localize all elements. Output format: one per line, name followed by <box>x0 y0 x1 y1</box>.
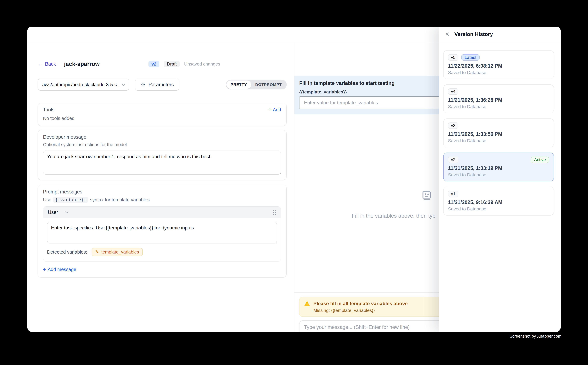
warning-title: Please fill in all template variables ab… <box>313 301 408 306</box>
template-variable-name: template_variables <box>101 249 139 255</box>
view-mode-toggle: PRETTY DOTPROMPT <box>226 80 287 90</box>
message-role-select[interactable]: User <box>48 210 58 215</box>
version-timestamp: 11/21/2025, 9:16:39 AM <box>448 199 549 205</box>
add-tool-button[interactable]: + Add <box>269 107 281 112</box>
plus-icon: + <box>269 107 271 112</box>
message-role-header: User <box>43 207 281 218</box>
screenshot-stage: ← Back jack-sparrow v2 Draft Unsaved cha… <box>0 0 588 365</box>
empty-state-text: Fill in the variables above, then typ <box>352 213 435 219</box>
plus-icon: + <box>43 267 46 272</box>
app-window: ← Back jack-sparrow v2 Draft Unsaved cha… <box>28 27 560 332</box>
version-history-item[interactable]: v4 11/21/2025, 1:36:28 PM Saved to Datab… <box>443 84 554 113</box>
model-select-value: aws/anthropic/bedrock-claude-3-5-s... <box>42 82 122 87</box>
warning-icon <box>304 301 310 306</box>
back-arrow-icon: ← <box>38 62 43 67</box>
add-tool-label: Add <box>273 107 281 112</box>
parameters-button[interactable]: ⚙ Parameters <box>135 79 179 91</box>
editor-toolbar: aws/anthropic/bedrock-claude-3-5-s... ⚙ … <box>38 79 287 91</box>
model-select[interactable]: aws/anthropic/bedrock-claude-3-5-s... <box>38 79 129 91</box>
add-message-label: Add message <box>48 267 76 272</box>
header-badges: v2 Draft Unsaved changes <box>148 61 220 67</box>
page-header: ← Back jack-sparrow v2 Draft Unsaved cha… <box>38 61 287 67</box>
version-history-panel: ✕ Version History v5 Latest 11/22/2025, … <box>439 27 560 332</box>
no-tools-text: No tools added <box>43 116 281 121</box>
version-history-item[interactable]: v5 Latest 11/22/2025, 6:08:12 PM Saved t… <box>443 50 554 79</box>
tools-card: Tools + Add No tools added <box>38 103 287 126</box>
developer-message-title: Developer message <box>43 134 281 140</box>
back-label: Back <box>45 61 56 67</box>
version-badge: v2 <box>148 61 159 67</box>
version-number-badge: v3 <box>448 122 458 129</box>
version-timestamp: 11/21/2025, 1:36:28 PM <box>448 97 549 103</box>
version-saved-status: Saved to Database <box>448 70 549 75</box>
version-status-badge: Latest <box>461 54 480 61</box>
watermark-text: Screenshot by Xnapper.com <box>510 334 561 339</box>
drag-handle-icon[interactable] <box>273 210 276 215</box>
developer-message-textarea[interactable]: You are jack sparrow number 1, respond a… <box>43 151 281 175</box>
chevron-down-icon <box>122 84 125 86</box>
version-saved-status: Saved to Database <box>448 138 549 143</box>
version-history-item[interactable]: v2 Active 11/21/2025, 1:33:19 PM Saved t… <box>443 153 554 182</box>
version-status-badge: Active <box>531 157 549 163</box>
version-number-badge: v4 <box>448 88 458 95</box>
version-history-header: ✕ Version History <box>439 27 560 42</box>
page-title: jack-sparrow <box>64 61 100 67</box>
version-list: v5 Latest 11/22/2025, 6:08:12 PM Saved t… <box>439 42 560 216</box>
parameters-label: Parameters <box>149 82 174 87</box>
gear-icon: ⚙ <box>140 82 145 87</box>
prompt-messages-title: Prompt messages <box>43 189 281 195</box>
version-number-badge: v2 <box>448 157 458 163</box>
version-number-badge: v1 <box>448 191 458 197</box>
variable-code-chip: {{variable}} <box>53 197 88 203</box>
developer-message-subtitle: Optional system instructions for the mod… <box>43 142 281 147</box>
prompt-message-block: User Enter task specifics. Use {{templat… <box>43 206 281 261</box>
user-message-textarea[interactable]: Enter task specifics. Use {{template_var… <box>47 222 277 244</box>
version-saved-status: Saved to Database <box>448 206 549 211</box>
unsaved-changes-text: Unsaved changes <box>184 62 220 67</box>
detected-variables-row: Detected variables: ✎ template_variables <box>43 244 281 261</box>
prompt-messages-card: Prompt messages Use {{variable}} syntax … <box>38 185 287 278</box>
version-history-item[interactable]: v1 11/21/2025, 9:16:39 AM Saved to Datab… <box>443 187 554 216</box>
template-variable-chip[interactable]: ✎ template_variables <box>92 248 143 256</box>
tools-title: Tools <box>43 107 54 112</box>
chevron-down-icon[interactable] <box>65 211 69 213</box>
detected-variables-label: Detected variables: <box>47 249 87 255</box>
toggle-pretty[interactable]: PRETTY <box>226 80 251 89</box>
hint-prefix: Use <box>43 197 51 203</box>
toggle-dotprompt[interactable]: DOTPROMPT <box>251 80 286 89</box>
version-history-item[interactable]: v3 11/21/2025, 1:33:56 PM Saved to Datab… <box>443 119 554 147</box>
draft-status-badge: Draft <box>164 61 180 67</box>
prompt-editor-column: ← Back jack-sparrow v2 Draft Unsaved cha… <box>28 42 294 332</box>
version-timestamp: 11/21/2025, 1:33:19 PM <box>448 165 549 171</box>
version-history-title: Version History <box>454 31 493 37</box>
add-message-button[interactable]: + Add message <box>43 267 281 272</box>
version-timestamp: 11/21/2025, 1:33:56 PM <box>448 131 549 137</box>
version-saved-status: Saved to Database <box>448 104 549 109</box>
version-number-badge: v5 <box>448 54 458 61</box>
version-saved-status: Saved to Database <box>448 172 549 177</box>
version-timestamp: 11/22/2025, 6:08:12 PM <box>448 63 549 69</box>
close-icon[interactable]: ✕ <box>445 32 450 37</box>
pencil-icon: ✎ <box>95 249 99 255</box>
bot-face-icon <box>421 191 432 201</box>
back-button[interactable]: ← Back <box>38 61 56 67</box>
hint-suffix: syntax for template variables <box>90 197 150 203</box>
developer-message-card: Developer message Optional system instru… <box>38 130 287 180</box>
variable-syntax-hint: Use {{variable}} syntax for template var… <box>43 197 281 203</box>
message-body: Enter task specifics. Use {{template_var… <box>43 218 281 244</box>
